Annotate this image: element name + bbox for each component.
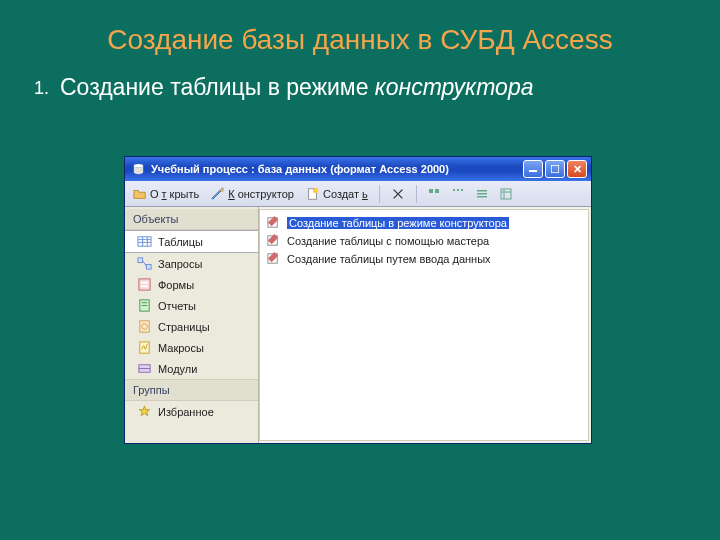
page-icon [137, 319, 152, 334]
sidebar: Объекты Таблицы Запросы Формы Отчеты Стр… [125, 207, 259, 443]
svg-rect-9 [461, 189, 463, 191]
svg-point-4 [313, 187, 318, 192]
svg-rect-11 [477, 193, 487, 195]
sidebar-label: Страницы [158, 321, 210, 333]
subtitle-text: Создание таблицы в режиме конструктора [60, 74, 534, 101]
minimize-button[interactable] [523, 160, 543, 178]
access-window: Учебный процесс : база данных (формат Ac… [124, 156, 592, 444]
sidebar-label: Таблицы [158, 236, 203, 248]
design-label: онструктор [238, 188, 294, 200]
delete-icon [391, 187, 405, 201]
window-body: Объекты Таблицы Запросы Формы Отчеты Стр… [125, 207, 591, 443]
wizard-icon [266, 233, 281, 248]
design-mnemonic: К [228, 188, 234, 200]
open-mnemonic: т [162, 188, 167, 200]
svg-rect-13 [501, 189, 511, 199]
window-title: Учебный процесс : база данных (формат Ac… [151, 163, 521, 175]
sidebar-item-forms[interactable]: Формы [125, 274, 258, 295]
create-button[interactable]: Создать [302, 186, 372, 202]
subtitle-em: конструктора [375, 74, 534, 100]
macro-icon [137, 340, 152, 355]
small-icons-icon [452, 188, 464, 200]
sidebar-label: Макросы [158, 342, 204, 354]
svg-rect-7 [453, 189, 455, 191]
sidebar-item-modules[interactable]: Модули [125, 358, 258, 379]
sidebar-item-pages[interactable]: Страницы [125, 316, 258, 337]
svg-rect-16 [138, 237, 151, 246]
svg-rect-6 [435, 189, 439, 193]
large-icons-icon [428, 188, 440, 200]
svg-rect-8 [457, 189, 459, 191]
sidebar-item-favorites[interactable]: Избранное [125, 401, 258, 422]
database-icon [131, 162, 146, 177]
maximize-button[interactable] [545, 160, 565, 178]
wizard-icon [266, 251, 281, 266]
form-icon [137, 277, 152, 292]
create-label: Создат [323, 188, 359, 200]
list-item-create-design[interactable]: Создание таблицы в режиме конструктора [262, 214, 586, 231]
toolbar-sep2 [416, 185, 417, 203]
svg-line-23 [143, 261, 147, 267]
sidebar-item-reports[interactable]: Отчеты [125, 295, 258, 316]
subtitle: 1. Создание таблицы в режиме конструктор… [34, 74, 720, 101]
svg-rect-21 [138, 258, 143, 263]
sidebar-label: Модули [158, 363, 197, 375]
sidebar-label: Избранное [158, 406, 214, 418]
content-pane: Создание таблицы в режиме конструктора С… [259, 209, 589, 441]
module-icon [137, 361, 152, 376]
sidebar-item-queries[interactable]: Запросы [125, 253, 258, 274]
list-item-label: Создание таблицы в режиме конструктора [287, 217, 509, 229]
view-list-button[interactable] [472, 187, 492, 201]
titlebar[interactable]: Учебный процесс : база данных (формат Ac… [125, 157, 591, 181]
sidebar-item-macros[interactable]: Макросы [125, 337, 258, 358]
view-details-button[interactable] [496, 187, 516, 201]
slide-title: Создание базы данных в СУБД Access [0, 24, 720, 56]
open-button[interactable]: Открыть [129, 186, 203, 202]
list-item-create-data[interactable]: Создание таблицы путем ввода данных [262, 250, 586, 267]
svg-rect-5 [429, 189, 433, 193]
svg-rect-2 [551, 165, 559, 173]
svg-rect-10 [477, 190, 487, 192]
toolbar: Открыть Конструктор Создать [125, 181, 591, 207]
sidebar-label: Отчеты [158, 300, 196, 312]
toolbar-sep [379, 185, 380, 203]
open-icon [133, 187, 147, 201]
sidebar-label: Формы [158, 279, 194, 291]
open-label-post: крыть [170, 188, 200, 200]
list-number: 1. [34, 74, 60, 101]
favorites-icon [137, 404, 152, 419]
view-large-button[interactable] [424, 187, 444, 201]
create-mnemonic: ь [362, 188, 368, 200]
list-icon [476, 188, 488, 200]
view-small-button[interactable] [448, 187, 468, 201]
svg-rect-26 [141, 285, 149, 287]
new-icon [306, 187, 320, 201]
sidebar-label: Запросы [158, 258, 202, 270]
sidebar-header-groups[interactable]: Группы [125, 379, 258, 401]
svg-rect-1 [529, 170, 537, 172]
table-icon [137, 234, 152, 249]
sidebar-header-objects[interactable]: Объекты [125, 209, 258, 230]
list-item-create-wizard[interactable]: Создание таблицы с помощью мастера [262, 232, 586, 249]
svg-rect-12 [477, 196, 487, 198]
delete-button[interactable] [387, 186, 409, 202]
svg-rect-25 [141, 282, 149, 284]
details-icon [500, 188, 512, 200]
wizard-icon [266, 215, 281, 230]
list-item-label: Создание таблицы с помощью мастера [287, 235, 489, 247]
open-label-pre: О [150, 188, 159, 200]
list-item-label: Создание таблицы путем ввода данных [287, 253, 491, 265]
svg-rect-24 [139, 279, 150, 290]
subtitle-part-a: Создание таблицы в режиме [60, 74, 375, 100]
svg-point-0 [134, 163, 143, 167]
design-button[interactable]: Конструктор [207, 186, 298, 202]
report-icon [137, 298, 152, 313]
svg-rect-22 [146, 264, 151, 269]
close-button[interactable]: ✕ [567, 160, 587, 178]
query-icon [137, 256, 152, 271]
sidebar-item-tables[interactable]: Таблицы [125, 230, 258, 253]
ruler-icon [211, 187, 225, 201]
